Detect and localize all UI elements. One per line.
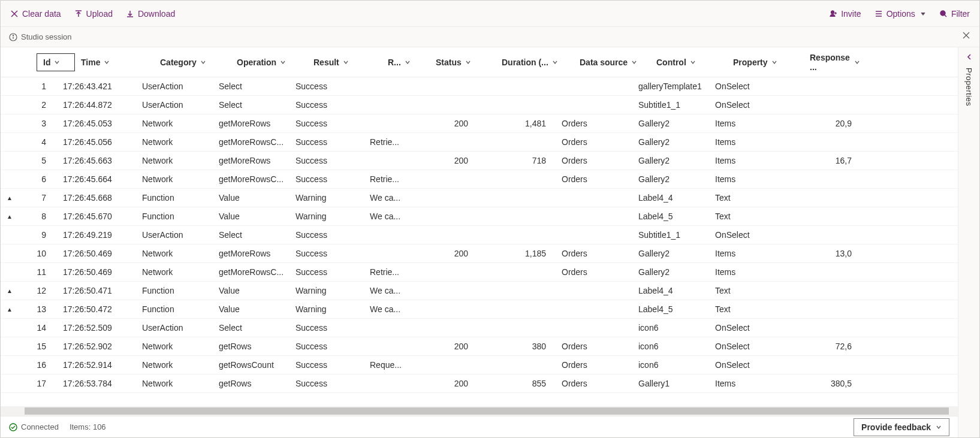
cell-operation: Value — [219, 286, 295, 295]
cell-time: 17:26:45.053 — [63, 119, 142, 128]
table-row[interactable]: ▲817:26:45.670FunctionValueWarningWe ca.… — [1, 207, 958, 226]
cell-response: 380,5 — [792, 379, 852, 388]
cell-duration: 1,185 — [484, 249, 562, 258]
cell-result: Warning — [295, 193, 370, 203]
table-row[interactable]: 1517:26:52.902NetworkgetRowsSuccess20038… — [1, 337, 958, 356]
table-row[interactable]: 217:26:44.872UserActionSelectSuccessSubt… — [1, 96, 958, 114]
check-circle-icon — [9, 423, 17, 431]
column-property[interactable]: Property — [733, 58, 810, 67]
cell-property: OnSelect — [715, 342, 792, 351]
invite-label: Invite — [841, 9, 861, 19]
cell-property: Text — [715, 193, 792, 203]
download-label: Download — [138, 9, 175, 19]
cell-id: 1 — [19, 81, 57, 91]
svg-point-6 — [831, 11, 834, 14]
cell-control: Label4_4 — [638, 286, 715, 295]
column-status[interactable]: Status — [436, 58, 502, 67]
horizontal-scrollbar[interactable] — [1, 406, 958, 416]
table-row[interactable]: 1017:26:50.469NetworkgetMoreRowsSuccess2… — [1, 244, 958, 263]
column-result[interactable]: Result — [313, 58, 388, 67]
chevron-down-icon — [465, 59, 471, 65]
warning-icon: ▲ — [1, 213, 19, 220]
cell-r: Retrie... — [370, 174, 418, 184]
table-row[interactable]: ▲1317:26:50.472FunctionValueWarningWe ca… — [1, 300, 958, 319]
cell-category: Network — [142, 137, 219, 147]
table-row[interactable]: 1617:26:52.914NetworkgetRowsCountSuccess… — [1, 356, 958, 374]
cell-property: Items — [715, 267, 792, 277]
column-id[interactable]: Id — [37, 53, 75, 71]
search-icon — [939, 10, 948, 18]
chevron-down-icon — [631, 59, 637, 65]
table-row[interactable]: 417:26:45.056NetworkgetMoreRowsC...Succe… — [1, 133, 958, 152]
table-row[interactable]: ▲1217:26:50.471FunctionValueWarningWe ca… — [1, 282, 958, 300]
table-row[interactable]: 617:26:45.664NetworkgetMoreRowsC...Succe… — [1, 170, 958, 189]
connection-status: Connected — [9, 422, 59, 431]
cell-time: 17:26:44.872 — [63, 100, 142, 110]
cell-datasource: Orders — [562, 267, 638, 277]
cell-category: Function — [142, 193, 219, 203]
cell-category: Function — [142, 286, 219, 295]
column-time[interactable]: Time — [81, 58, 160, 67]
table-row[interactable]: 1117:26:50.469NetworkgetMoreRowsC...Succ… — [1, 263, 958, 282]
cell-id: 4 — [19, 137, 57, 147]
table-row[interactable]: 117:26:43.421UserActionSelectSuccessgall… — [1, 77, 958, 96]
body: Id Time Category Operation Result — [1, 47, 979, 437]
cell-datasource: Orders — [562, 119, 638, 128]
provide-feedback-button[interactable]: Provide feedback — [854, 418, 949, 436]
column-control-label: Control — [656, 58, 686, 67]
cell-operation: getMoreRowsC... — [219, 137, 295, 147]
table-row[interactable]: 1417:26:52.509UserActionSelectSuccessico… — [1, 319, 958, 337]
cell-operation: getMoreRows — [219, 156, 295, 165]
filter-button[interactable]: Filter — [938, 7, 971, 21]
cell-id: 9 — [19, 230, 57, 240]
cell-id: 15 — [19, 342, 57, 351]
expand-properties-button[interactable] — [966, 53, 973, 61]
cell-category: UserAction — [142, 81, 219, 91]
column-r[interactable]: R... — [388, 58, 436, 67]
download-button[interactable]: Download — [125, 7, 176, 21]
column-response[interactable]: Response ... — [810, 53, 870, 72]
cell-property: Text — [715, 286, 792, 295]
column-duration[interactable]: Duration (... — [502, 58, 580, 67]
session-close-button[interactable] — [963, 32, 970, 39]
cell-datasource: Orders — [562, 137, 638, 147]
chevron-down-icon — [104, 59, 110, 65]
cell-datasource: Orders — [562, 156, 638, 165]
column-category[interactable]: Category — [160, 58, 237, 67]
column-control[interactable]: Control — [656, 58, 733, 67]
upload-button[interactable]: Upload — [73, 7, 114, 21]
clear-data-label: Clear data — [22, 9, 61, 19]
column-operation-label: Operation — [237, 58, 276, 67]
cell-control: icon6 — [638, 323, 715, 333]
cell-category: Function — [142, 212, 219, 221]
cell-result: Success — [295, 137, 370, 147]
cell-control: Gallery2 — [638, 156, 715, 165]
invite-button[interactable]: Invite — [828, 7, 862, 21]
chevron-down-icon — [771, 59, 777, 65]
cell-result: Success — [295, 119, 370, 128]
cell-property: Items — [715, 249, 792, 258]
options-button[interactable]: Options — [873, 7, 927, 21]
column-datasource[interactable]: Data source — [580, 58, 656, 67]
column-operation[interactable]: Operation — [237, 58, 313, 67]
cell-datasource: Orders — [562, 249, 638, 258]
cell-control: Label4_4 — [638, 193, 715, 203]
warning-icon: ▲ — [1, 288, 19, 294]
table-row[interactable]: 317:26:45.053NetworkgetMoreRowsSuccess20… — [1, 114, 958, 133]
cell-id: 10 — [19, 249, 57, 258]
chevron-down-icon — [854, 59, 860, 65]
chevron-down-icon — [552, 59, 558, 65]
cell-property: Items — [715, 156, 792, 165]
table-row[interactable]: 517:26:45.663NetworkgetMoreRowsSuccess20… — [1, 152, 958, 170]
table-row[interactable]: 1717:26:53.784NetworkgetRowsSuccess20085… — [1, 374, 958, 393]
clear-data-button[interactable]: Clear data — [9, 7, 62, 21]
options-label: Options — [886, 9, 915, 19]
cell-id: 13 — [19, 304, 57, 314]
rows-container[interactable]: 117:26:43.421UserActionSelectSuccessgall… — [1, 77, 958, 406]
table-row[interactable]: 917:26:49.219UserActionSelectSuccessSubt… — [1, 226, 958, 244]
table-row[interactable]: ▲717:26:45.668FunctionValueWarningWe ca.… — [1, 189, 958, 207]
download-icon — [126, 10, 134, 18]
cell-category: UserAction — [142, 230, 219, 240]
cell-time: 17:26:50.472 — [63, 304, 142, 314]
cell-operation: Value — [219, 304, 295, 314]
